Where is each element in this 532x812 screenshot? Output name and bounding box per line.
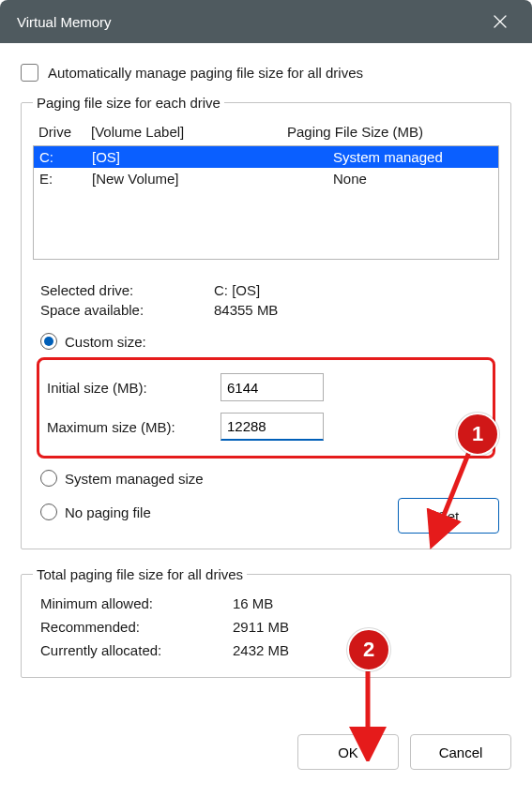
- selected-drive-value: C: [OS]: [214, 282, 260, 298]
- close-icon[interactable]: [481, 3, 519, 40]
- no-paging-label: No paging file: [65, 504, 151, 520]
- rec-value: 2911 MB: [233, 619, 289, 635]
- cur-label: Currently allocated:: [33, 642, 233, 658]
- drive-group: Paging file size for each drive Drive [V…: [21, 95, 511, 549]
- custom-size-highlight: Initial size (MB): Maximum size (MB):: [37, 357, 495, 459]
- rec-label: Recommended:: [33, 619, 233, 635]
- min-row: Minimum allowed: 16 MB: [33, 592, 499, 615]
- set-button[interactable]: Set: [398, 498, 499, 534]
- drive-list[interactable]: C: [OS] System managed E: [New Volume] N…: [33, 145, 499, 260]
- maximum-size-label: Maximum size (MB):: [47, 419, 211, 435]
- callout-2: 2: [347, 628, 390, 671]
- custom-size-label: Custom size:: [65, 334, 146, 350]
- dialog-footer: OK Cancel: [0, 712, 532, 770]
- custom-size-radio-row[interactable]: Custom size:: [33, 329, 499, 353]
- header-drive: Drive: [38, 124, 91, 140]
- totals-group: Total paging file size for all drives Mi…: [21, 566, 511, 678]
- virtual-memory-dialog: Virtual Memory Automatically manage pagi…: [0, 0, 532, 812]
- drive-paging-size: None: [286, 171, 493, 187]
- system-managed-radio-row[interactable]: System managed size: [33, 466, 499, 490]
- custom-size-radio[interactable]: [40, 333, 57, 350]
- drive-letter: C:: [39, 149, 92, 165]
- window-title: Virtual Memory: [17, 14, 481, 30]
- callout-1: 1: [456, 413, 499, 456]
- no-paging-radio[interactable]: [40, 504, 57, 520]
- drive-label: [New Volume]: [92, 171, 286, 187]
- selected-drive-label: Selected drive:: [40, 282, 214, 298]
- drive-paging-size: System managed: [286, 149, 493, 165]
- space-available-row: Space available: 84355 MB: [33, 300, 499, 320]
- initial-size-row: Initial size (MB):: [47, 368, 485, 407]
- system-managed-radio[interactable]: [40, 470, 57, 487]
- initial-size-label: Initial size (MB):: [47, 380, 211, 396]
- drive-row[interactable]: C: [OS] System managed: [34, 146, 498, 168]
- min-label: Minimum allowed:: [33, 595, 233, 611]
- maximum-size-row: Maximum size (MB):: [47, 407, 485, 446]
- min-value: 16 MB: [233, 595, 273, 611]
- drive-label: [OS]: [92, 149, 286, 165]
- drive-letter: E:: [39, 171, 92, 187]
- no-paging-radio-row[interactable]: No paging file: [33, 500, 398, 524]
- ok-button[interactable]: OK: [297, 734, 399, 770]
- drive-row[interactable]: E: [New Volume] None: [34, 168, 498, 189]
- space-available-value: 84355 MB: [214, 302, 278, 318]
- titlebar: Virtual Memory: [0, 0, 532, 43]
- drive-group-legend: Paging file size for each drive: [33, 95, 224, 111]
- auto-manage-checkbox[interactable]: [21, 64, 38, 82]
- space-available-label: Space available:: [40, 302, 214, 318]
- totals-legend: Total paging file size for all drives: [33, 566, 247, 582]
- maximum-size-input[interactable]: [220, 413, 324, 441]
- rec-row: Recommended: 2911 MB: [33, 615, 499, 639]
- drive-list-header: Drive [Volume Label] Paging File Size (M…: [33, 120, 499, 145]
- system-managed-label: System managed size: [65, 471, 204, 487]
- auto-manage-row[interactable]: Automatically manage paging file size fo…: [21, 64, 511, 82]
- initial-size-input[interactable]: [220, 373, 324, 401]
- cur-value: 2432 MB: [233, 642, 289, 658]
- auto-manage-label: Automatically manage paging file size fo…: [48, 65, 363, 81]
- header-volume-label: [Volume Label]: [91, 124, 287, 140]
- header-paging-size: Paging File Size (MB): [287, 124, 494, 140]
- selected-drive-row: Selected drive: C: [OS]: [33, 280, 499, 300]
- cur-row: Currently allocated: 2432 MB: [33, 639, 499, 662]
- cancel-button[interactable]: Cancel: [410, 734, 511, 770]
